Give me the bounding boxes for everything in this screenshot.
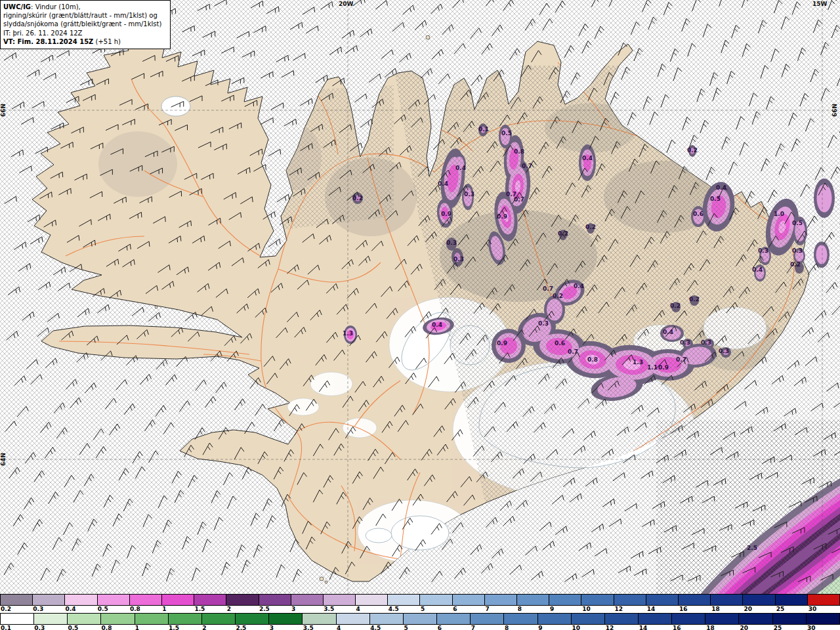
precip-value-label: 0.9: [658, 364, 669, 371]
precip-value-label: 0.4: [455, 165, 466, 171]
rain-scale-cell: [605, 614, 639, 624]
snow-scale-tick-label: 10: [581, 606, 614, 613]
rain-scale-tick-label: 3: [269, 625, 303, 630]
rain-scale-cells: [0, 613, 840, 625]
precip-value-label: 0.3: [538, 320, 549, 327]
precip-value-label: 0.6: [693, 211, 704, 217]
precip-value-label: 0.3: [446, 240, 457, 246]
snow-scale-cell: [808, 595, 840, 605]
precip-value-label: 0.7: [543, 285, 553, 292]
snow-scale-cell: [1, 595, 33, 605]
rain-scale-tick-label: 18: [705, 625, 739, 630]
snow-scale-cell: [162, 595, 194, 605]
init-time-line: IT: þri. 26. 11. 2024 12Z: [3, 29, 166, 37]
snow-scale-tick-label: 30: [808, 606, 840, 613]
rain-scale-tick-label: 0.1: [0, 625, 33, 630]
rain-scale-tick-label: 2: [201, 625, 235, 630]
snow-scale-cell: [679, 595, 711, 605]
drangajokull-glacier: [161, 96, 190, 116]
precip-value-label: 0.4: [432, 322, 442, 328]
snow-scale-tick-label: 14: [646, 606, 679, 613]
product-code: UWC/IG: [3, 3, 31, 10]
snow-scale-tick-label: 1: [161, 606, 194, 613]
snow-scale-tick-label: 0.2: [0, 606, 32, 613]
precip-value-label: 0.4: [582, 155, 593, 161]
snow-scale-tick-label: 1.5: [194, 606, 226, 613]
snow-scale-cell: [388, 595, 420, 605]
snow-scale-cell: [711, 595, 743, 605]
rain-scale-cell: [807, 614, 840, 624]
snow-scale-cell: [98, 595, 130, 605]
snow-scale-tick-label: 0.5: [97, 606, 129, 613]
precip-value-label: 0.7: [514, 196, 524, 203]
grid-label: 64N: [0, 453, 7, 466]
precip-value-label: 0.2: [558, 230, 568, 237]
grid-label: 66N: [0, 104, 7, 117]
precip-value-label: 0.2: [585, 224, 596, 230]
precip-value-label: 0.7: [522, 163, 532, 169]
snow-scale-tick-label: 3.5: [323, 606, 355, 613]
rain-scale-tick-label: 0.5: [67, 625, 100, 630]
rain-scale-cell: [236, 614, 269, 624]
rain-scale-cell: [404, 614, 437, 624]
rain-scale-cell: [303, 614, 336, 624]
rain-scale-bar: 0.10.30.50.811.522.533.544.5567891012141…: [0, 613, 840, 630]
precip-value-label: 0.6: [555, 340, 565, 346]
grid-label: 20W: [339, 1, 354, 7]
vestmannaeyjar-islet: [325, 581, 327, 583]
precip-value-label: 0.3: [680, 339, 690, 346]
snow-scale-cell: [33, 595, 65, 605]
precip-value-label: 0.1: [478, 126, 489, 133]
breidafjordur-islet: [155, 306, 158, 308]
grid-label: 66N: [831, 104, 838, 117]
precip-value-label: 0.4: [663, 329, 673, 335]
snow-scale-cell: [356, 595, 388, 605]
snow-scale-tick-label: 4.5: [388, 606, 420, 613]
rain-scale-cell: [1, 614, 34, 624]
snow-scale-cell: [259, 595, 291, 605]
snow-scale-tick-label: 8: [517, 606, 549, 613]
precip-value-label: 0.2: [352, 195, 363, 201]
snow-scale-tick-label: 2: [226, 606, 259, 613]
precip-value-label: 0.4: [438, 180, 448, 187]
valid-time-line: VT: Fim. 28.11.2024 15Z (+51 h): [3, 37, 166, 46]
snow-scale-cell: [485, 595, 517, 605]
snow-scale-tick-label: 20: [743, 606, 775, 613]
info-line-3: slydda/snjókoma (grátt/bleikt/grænt - mm…: [3, 20, 166, 28]
rain-scale-tick-label: 9: [537, 625, 571, 630]
rain-scale-cell: [135, 614, 169, 624]
precip-value-label: 0.4: [574, 283, 584, 289]
precip-value-label: 1.1: [647, 364, 658, 371]
precip-value-label: 0.8: [587, 356, 598, 363]
snow-scale-cell: [614, 595, 646, 605]
grimsey-island: [426, 35, 430, 39]
snow-scale-cell: [581, 595, 614, 605]
rain-scale-tick-label: 4.5: [369, 625, 403, 630]
valid-time-bold: VT: Fim. 28.11.2024 15Z: [3, 38, 93, 45]
weather-forecast-page: 0.10.50.80.70.40.40.30.70.70.90.90.20.30…: [0, 0, 840, 630]
precip-value-label: 0.5: [501, 130, 512, 136]
variable-description: : Vindur (10m),: [31, 3, 81, 10]
snow-scale-cell: [453, 595, 485, 605]
rain-scale-cell: [202, 614, 236, 624]
snow-scale-tick-label: 25: [776, 606, 808, 613]
rain-scale-cell: [101, 614, 135, 624]
rain-scale-cell: [370, 614, 404, 624]
rain-scale-tick-label: 20: [739, 625, 772, 630]
precip-value-label: 1.3: [633, 359, 643, 366]
rain-scale-tick-label: 1.5: [168, 625, 201, 630]
rain-scale-tick-label: 0.3: [33, 625, 67, 630]
snow-scale-cell: [517, 595, 549, 605]
snow-scale-tick-label: 18: [711, 606, 743, 613]
rain-scale-cell: [739, 614, 772, 624]
rain-scale-tick-label: 14: [639, 625, 672, 630]
rain-scale-tick-label: 1: [135, 625, 168, 630]
precip-value-label: 1.0: [774, 211, 784, 217]
rain-scale-labels: 0.10.30.50.811.522.533.544.5567891012141…: [0, 625, 840, 630]
info-line-1: UWC/IG: Vindur (10m),: [3, 3, 166, 11]
rain-scale-tick-label: 4: [336, 625, 369, 630]
rain-scale-tick-label: 10: [571, 625, 604, 630]
rain-scale-tick-label: 30: [807, 625, 840, 630]
precip-value-label: 0.4: [716, 184, 726, 191]
color-scale-bars: 0.20.30.40.50.811.522.533.544.5567891012…: [0, 594, 840, 630]
